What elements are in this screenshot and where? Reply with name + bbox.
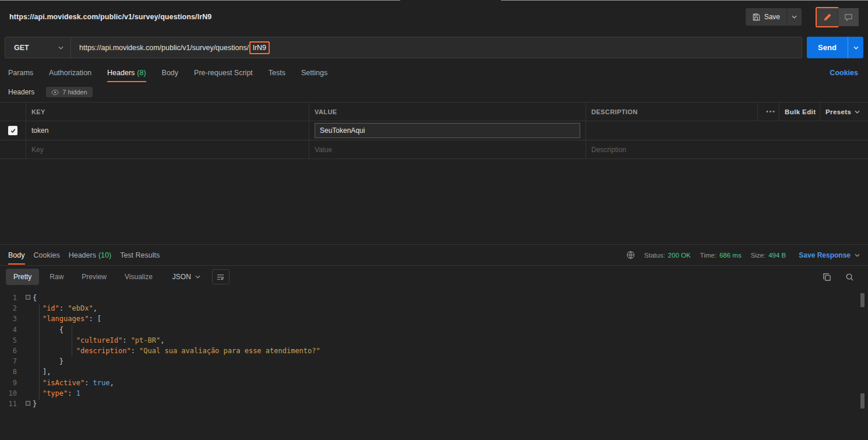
line-number: 9	[0, 378, 26, 388]
header-value-input[interactable]: SeuTokenAqui	[315, 123, 580, 138]
method-label: GET	[14, 44, 29, 52]
wrap-text-button[interactable]	[212, 269, 230, 284]
send-split-button: Send	[807, 37, 863, 58]
line-number: 11	[0, 399, 26, 409]
format-selector[interactable]: JSON	[172, 273, 200, 281]
code-line: 1{	[0, 293, 868, 303]
line-number: 2	[0, 303, 26, 314]
chevron-down-icon	[792, 15, 797, 19]
request-url-bar: GET https://api.movidesk.com/public/v1/s…	[5, 37, 863, 58]
status-value: 200 OK	[668, 252, 691, 259]
time-label: Time:	[700, 252, 717, 259]
more-options-button[interactable]: •••	[757, 103, 779, 121]
response-tab-cookies[interactable]: Cookies	[34, 245, 60, 265]
send-options-button[interactable]	[848, 37, 863, 58]
response-body-viewer[interactable]: 1{2 "id": "ebDx",3 "languages": [4 {5 "c…	[0, 288, 868, 440]
response-tabs: Body Cookies Headers (10) Test Results S…	[0, 245, 868, 266]
header-description-cell[interactable]	[585, 121, 757, 140]
scrollbar-thumb[interactable]	[860, 293, 865, 307]
line-number: 4	[0, 325, 26, 335]
empty-cell	[757, 140, 779, 159]
headers-section-header: Headers 7 hidden	[8, 84, 93, 100]
cookies-link[interactable]: Cookies	[830, 63, 868, 83]
view-tab-visualize[interactable]: Visualize	[117, 269, 160, 285]
request-title: https://api.movidesk.com/public/v1/surve…	[9, 13, 211, 21]
view-tab-pretty[interactable]: Pretty	[6, 269, 39, 285]
response-tab-test-results[interactable]: Test Results	[120, 245, 160, 265]
key-placeholder[interactable]: Key	[26, 140, 309, 159]
network-icon[interactable]	[626, 251, 635, 259]
empty-cell	[757, 121, 779, 140]
tab-headers-label: Headers	[107, 69, 135, 77]
indent-guide-line	[72, 325, 72, 357]
send-button[interactable]: Send	[807, 37, 848, 58]
status-label: Status:	[644, 252, 665, 259]
edit-request-button[interactable]	[817, 8, 838, 26]
tab-headers[interactable]: Headers (8)	[107, 63, 146, 83]
response-headers-label: Headers	[69, 251, 96, 259]
description-placeholder[interactable]: Description	[585, 140, 757, 159]
save-button[interactable]: Save	[746, 8, 787, 26]
topbar-actions: Save	[746, 8, 859, 26]
url-highlight-annotation: lrN9	[249, 41, 270, 54]
row-checkbox-cell	[0, 140, 26, 159]
headers-table: KEY VALUE DESCRIPTION ••• Bulk Edit Pres…	[0, 102, 868, 159]
tab-params[interactable]: Params	[8, 63, 33, 83]
header-key-cell[interactable]: token	[26, 121, 309, 140]
value-placeholder[interactable]: Value	[309, 140, 585, 159]
headers-section-title: Headers	[8, 88, 34, 96]
column-description: DESCRIPTION	[585, 103, 757, 121]
save-response-label: Save Response	[799, 251, 851, 259]
save-label: Save	[764, 13, 780, 21]
url-input[interactable]: https://api.movidesk.com/public/v1/surve…	[71, 37, 278, 58]
search-icon[interactable]	[845, 273, 854, 281]
comments-button[interactable]	[838, 8, 859, 26]
chevron-down-icon	[853, 46, 859, 50]
column-value: VALUE	[309, 103, 585, 121]
fold-marker-icon[interactable]	[26, 295, 30, 300]
chevron-down-icon	[855, 110, 860, 114]
row-checkbox[interactable]	[8, 126, 17, 135]
url-shell: GET https://api.movidesk.com/public/v1/s…	[5, 37, 802, 58]
save-icon	[752, 13, 760, 21]
code-line: 7 }	[0, 356, 868, 367]
column-key: KEY	[26, 103, 309, 121]
code-lines: 1{2 "id": "ebDx",3 "languages": [4 {5 "c…	[0, 293, 868, 409]
header-value-cell[interactable]: SeuTokenAqui	[309, 121, 585, 140]
method-selector[interactable]: GET	[5, 37, 71, 58]
request-side-actions	[817, 8, 859, 26]
save-options-button[interactable]	[787, 8, 802, 26]
request-header-bar: https://api.movidesk.com/public/v1/surve…	[0, 1, 868, 33]
save-response-button[interactable]: Save Response	[799, 251, 860, 259]
code-line: 6 "description": "Qual sua avaliação par…	[0, 346, 868, 356]
tab-authorization[interactable]: Authorization	[49, 63, 91, 83]
empty-cell	[820, 121, 868, 140]
fold-marker-icon[interactable]	[26, 401, 30, 406]
bulk-edit-button[interactable]: Bulk Edit	[779, 103, 820, 121]
size-label: Size:	[751, 252, 766, 259]
code-line: 8 ],	[0, 367, 868, 377]
time-value: 686 ms	[719, 252, 742, 259]
presets-button[interactable]: Presets	[820, 103, 868, 121]
pencil-icon	[823, 13, 832, 22]
headers-table-header: KEY VALUE DESCRIPTION ••• Bulk Edit Pres…	[0, 102, 868, 121]
scrollbar-thumb[interactable]	[860, 393, 865, 409]
view-tab-raw[interactable]: Raw	[42, 269, 71, 285]
hidden-headers-toggle[interactable]: 7 hidden	[46, 87, 92, 97]
tab-prerequest-script[interactable]: Pre-request Script	[194, 63, 253, 83]
postman-window: https://api.movidesk.com/public/v1/surve…	[0, 0, 868, 440]
select-all-cell	[0, 103, 26, 121]
response-tab-headers[interactable]: Headers (10)	[69, 245, 111, 265]
response-tab-body[interactable]: Body	[8, 245, 25, 265]
view-tab-preview[interactable]: Preview	[74, 269, 114, 285]
tab-body[interactable]: Body	[162, 63, 179, 83]
format-label: JSON	[172, 273, 191, 281]
wrap-text-icon	[216, 273, 225, 281]
code-line: 5 "cultureId": "pt-BR",	[0, 335, 868, 346]
tab-settings[interactable]: Settings	[301, 63, 327, 83]
copy-icon[interactable]	[823, 273, 831, 281]
line-number: 7	[0, 356, 26, 367]
code-line: 9 "isActive": true,	[0, 378, 868, 388]
tab-tests[interactable]: Tests	[269, 63, 285, 83]
response-view-bar: Pretty Raw Preview Visualize JSON	[0, 266, 868, 288]
